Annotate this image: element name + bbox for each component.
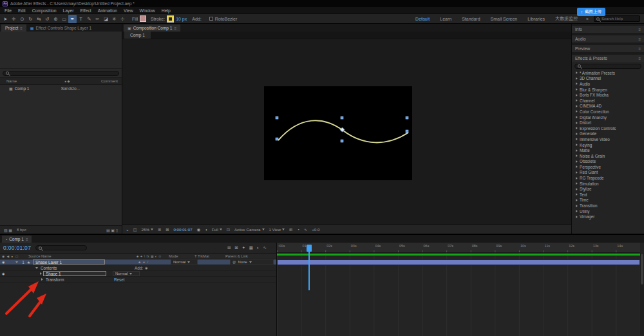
effects-category[interactable]: Perspective bbox=[572, 164, 644, 170]
effects-category[interactable]: Digital Anarchy bbox=[572, 115, 644, 120]
twirl-right-icon[interactable] bbox=[576, 71, 578, 74]
twirl-right-icon[interactable] bbox=[576, 188, 578, 191]
effects-category[interactable]: Distort bbox=[572, 120, 644, 126]
twirl-right-icon[interactable] bbox=[576, 88, 578, 91]
workspace-tab[interactable]: Small Screen bbox=[486, 17, 523, 21]
search-help-box[interactable]: Search Help bbox=[594, 15, 640, 22]
effects-category[interactable]: Generate bbox=[572, 131, 644, 137]
effects-category[interactable]: Utility bbox=[572, 209, 644, 214]
clone-stamp-tool[interactable]: ✑ bbox=[93, 15, 102, 23]
viewer-tab-comp1[interactable]: Comp 1 bbox=[124, 32, 151, 39]
column-comment[interactable]: Comment bbox=[101, 79, 122, 83]
twirl-right-icon[interactable] bbox=[576, 77, 578, 80]
twirl-right-icon[interactable] bbox=[576, 94, 578, 97]
composition-frame[interactable] bbox=[264, 86, 412, 180]
twirl-right-icon[interactable] bbox=[576, 216, 578, 218]
effects-category[interactable]: RG Trapcode bbox=[572, 175, 644, 181]
twirl-right-icon[interactable] bbox=[576, 210, 578, 212]
selection-tool[interactable]: ➤ bbox=[1, 15, 10, 23]
workspace-tab[interactable]: 大数据监控 bbox=[550, 15, 583, 22]
magnification-icon[interactable]: ◫ bbox=[133, 227, 137, 232]
panel-menu-icon[interactable]: ≡ bbox=[638, 37, 641, 41]
pen-tool[interactable]: ✒ bbox=[68, 15, 77, 23]
scrollbar-thumb[interactable] bbox=[641, 254, 643, 285]
effects-category[interactable]: Text bbox=[572, 192, 644, 198]
effects-category[interactable]: CINEMA 4D bbox=[572, 104, 644, 109]
bit-depth-indicator[interactable]: 8 bpc bbox=[17, 228, 26, 232]
flowchart-icon[interactable]: ∿ bbox=[304, 227, 307, 232]
panel-menu-icon[interactable]: ≡ bbox=[638, 57, 641, 61]
menu-item[interactable]: Animation bbox=[95, 8, 120, 13]
panel-menu-icon[interactable]: ≡ bbox=[26, 238, 28, 241]
effects-category[interactable]: * Animation Presets bbox=[572, 70, 644, 76]
twirl-right-icon[interactable] bbox=[576, 127, 578, 129]
tab-effect-controls[interactable]: ▦ Effect Controls Shape Layer 1 bbox=[26, 24, 95, 32]
twirl-right-icon[interactable] bbox=[576, 138, 578, 140]
view-layout-select[interactable]: 1 View bbox=[269, 227, 285, 232]
panel-preview[interactable]: Preview ≡ bbox=[572, 45, 644, 52]
project-footer-actions[interactable]: ▤ ▣ ▯ bbox=[106, 228, 118, 232]
panel-audio[interactable]: Audio ≡ bbox=[572, 35, 644, 42]
pickwhip-icon[interactable]: @ bbox=[232, 260, 236, 264]
project-search-input[interactable] bbox=[3, 71, 119, 76]
add-shape-label[interactable]: Add: bbox=[135, 266, 143, 270]
menu-item[interactable]: View bbox=[120, 8, 137, 13]
resolution-select[interactable]: Full bbox=[212, 227, 222, 232]
playhead-handle[interactable] bbox=[307, 245, 312, 252]
column-type-icons[interactable]: ● ◆ bbox=[64, 79, 91, 83]
always-preview-icon[interactable]: ◒ bbox=[126, 227, 129, 232]
effects-category[interactable]: Stylize bbox=[572, 186, 644, 192]
rotate-tool[interactable]: ↺ bbox=[43, 15, 52, 23]
panel-effects-presets[interactable]: Effects & Presets ≡ bbox=[572, 55, 644, 62]
twirl-right-icon[interactable] bbox=[576, 171, 578, 174]
twirl-right-icon[interactable] bbox=[576, 116, 578, 118]
effects-category[interactable]: Audio bbox=[572, 81, 644, 87]
effects-category[interactable]: Keying bbox=[572, 142, 644, 148]
column-parent-link[interactable]: Parent & Link bbox=[225, 254, 276, 258]
twirl-right-icon[interactable] bbox=[576, 154, 578, 157]
layer-duration-bar[interactable] bbox=[277, 259, 640, 265]
effects-category[interactable]: Red Giant bbox=[572, 170, 644, 176]
menu-item[interactable]: Layer bbox=[59, 8, 77, 13]
grid-guides-icon[interactable]: ⊞ bbox=[158, 227, 161, 232]
layer-row-shape-layer-1[interactable]: ◉ 1 ★ Shape Layer 1 ♣ ✦ / Normal @ None bbox=[0, 259, 276, 265]
twirl-right-icon[interactable] bbox=[576, 133, 578, 135]
mask-visibility-icon[interactable]: ⊠ bbox=[166, 227, 169, 232]
camera-select[interactable]: Active Camera bbox=[234, 227, 265, 232]
twirl-right-icon[interactable] bbox=[576, 177, 578, 180]
workspace-tab[interactable]: Libraries bbox=[522, 17, 550, 21]
zoom-select[interactable]: 25% bbox=[142, 227, 153, 232]
twirl-right-icon[interactable] bbox=[576, 82, 578, 85]
pan-camera-tool[interactable]: ⇆ bbox=[35, 15, 43, 23]
effects-category[interactable]: Simulation bbox=[572, 181, 644, 187]
workspace-tab[interactable]: Standard bbox=[457, 17, 485, 21]
menu-item[interactable]: Help bbox=[158, 8, 174, 13]
roto-brush-tool[interactable]: ✳ bbox=[110, 15, 118, 23]
panel-menu-icon[interactable]: ≡ bbox=[20, 26, 23, 30]
viewer-timecode[interactable]: 0:00:01:07 bbox=[173, 227, 192, 232]
effects-category[interactable]: Obsolete bbox=[572, 159, 644, 165]
twirl-right-icon[interactable] bbox=[576, 205, 578, 207]
pixel-aspect-icon[interactable]: ⊞ bbox=[289, 227, 292, 232]
effects-category[interactable]: Boris FX Mocha bbox=[572, 92, 644, 98]
menu-item[interactable]: Edit bbox=[15, 8, 29, 13]
effects-search-input[interactable] bbox=[574, 64, 641, 69]
stroke-color-swatch[interactable] bbox=[167, 16, 173, 22]
twirl-right-icon[interactable] bbox=[576, 199, 578, 201]
stroke-width-value[interactable]: 10 px bbox=[176, 17, 187, 21]
hand-tool[interactable]: ✛ bbox=[10, 15, 18, 23]
roi-icon[interactable]: ⊡ bbox=[227, 227, 230, 232]
effects-category[interactable]: Channel bbox=[572, 98, 644, 104]
add-label[interactable]: Add: bbox=[192, 17, 201, 21]
brush-tool[interactable]: ✎ bbox=[85, 15, 93, 23]
time-ruler[interactable]: :00s01s02s03s04s05s06s07s08s09s10s11s12s… bbox=[277, 243, 640, 253]
more-workspaces-button[interactable]: » bbox=[583, 17, 592, 21]
workspace-tab[interactable]: Default bbox=[410, 17, 435, 21]
menu-item[interactable]: Window bbox=[137, 8, 158, 13]
eraser-tool[interactable]: ◪ bbox=[102, 15, 110, 23]
twirl-right-icon[interactable] bbox=[576, 122, 578, 124]
timeline-search-input[interactable] bbox=[35, 245, 87, 250]
project-item-comp1[interactable]: ▦ Comp 1 Sandsto... bbox=[0, 85, 122, 92]
shape-tool[interactable]: ▭ bbox=[60, 15, 68, 23]
twirl-right-icon[interactable] bbox=[576, 149, 578, 152]
